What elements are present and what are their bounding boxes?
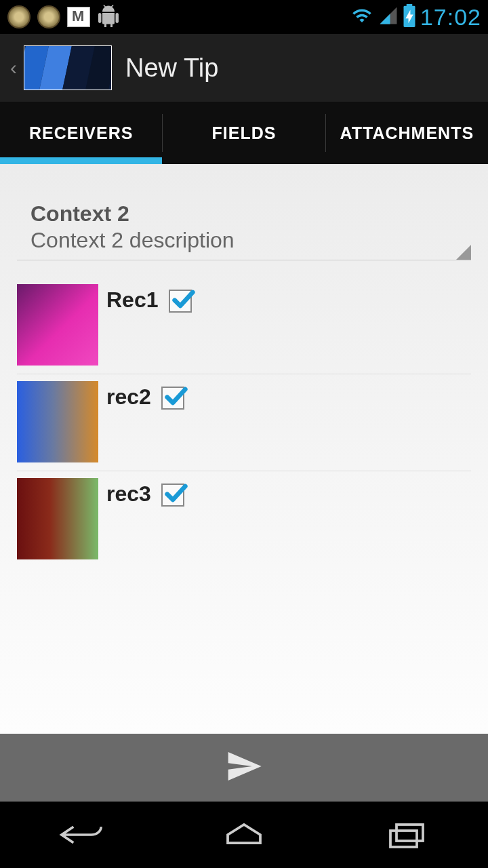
receiver-name: Rec1 bbox=[106, 284, 159, 313]
tab-label: FIELDS bbox=[212, 123, 277, 143]
dropdown-indicator-icon bbox=[456, 245, 471, 260]
action-bar: ‹ New Tip bbox=[0, 34, 488, 102]
nav-recent-button[interactable] bbox=[366, 811, 447, 859]
gmail-notification-icon bbox=[66, 5, 91, 29]
page-title: New Tip bbox=[125, 54, 218, 83]
receiver-checkbox[interactable] bbox=[161, 484, 184, 507]
tab-label: ATTACHMENTS bbox=[340, 123, 474, 143]
tab-attachments[interactable]: ATTACHMENTS bbox=[326, 102, 488, 164]
usb-debug-icon bbox=[96, 5, 121, 29]
system-nav-bar bbox=[0, 802, 488, 868]
receiver-avatar bbox=[17, 284, 98, 366]
signal-icon bbox=[378, 5, 399, 28]
receiver-row[interactable]: Rec1 bbox=[17, 284, 471, 374]
receiver-name: rec3 bbox=[106, 478, 151, 507]
context-description: Context 2 description bbox=[30, 228, 458, 253]
checkmark-icon bbox=[170, 285, 197, 315]
svg-rect-2 bbox=[390, 831, 417, 847]
tab-receivers[interactable]: RECEIVERS bbox=[0, 102, 162, 164]
nav-back-button[interactable] bbox=[41, 811, 122, 859]
status-bar: 17:02 bbox=[0, 0, 488, 34]
battery-charging-icon bbox=[403, 4, 416, 30]
tab-bar: RECEIVERS FIELDS ATTACHMENTS bbox=[0, 102, 488, 164]
wifi-icon bbox=[350, 5, 374, 28]
receiver-row[interactable]: rec3 bbox=[17, 478, 471, 568]
app-logo[interactable] bbox=[24, 45, 112, 90]
svg-rect-1 bbox=[407, 4, 413, 7]
checkmark-icon bbox=[163, 382, 190, 412]
receiver-row[interactable]: rec2 bbox=[17, 381, 471, 471]
status-clock: 17:02 bbox=[420, 4, 481, 31]
tab-fields[interactable]: FIELDS bbox=[163, 102, 325, 164]
notification-icon-1 bbox=[7, 5, 31, 29]
nav-home-button[interactable] bbox=[203, 811, 285, 859]
receiver-checkbox[interactable] bbox=[169, 290, 192, 313]
svg-rect-3 bbox=[396, 825, 423, 841]
content-area: Context 2 Context 2 description Rec1 rec… bbox=[0, 164, 488, 734]
receiver-avatar bbox=[17, 381, 98, 462]
tab-label: RECEIVERS bbox=[29, 123, 133, 143]
status-right: 17:02 bbox=[350, 4, 481, 31]
checkmark-icon bbox=[163, 479, 190, 509]
notification-icon-2 bbox=[37, 5, 61, 29]
receiver-name: rec2 bbox=[106, 381, 151, 410]
submit-bar bbox=[0, 734, 488, 802]
receiver-avatar bbox=[17, 478, 98, 559]
receiver-checkbox[interactable] bbox=[161, 387, 184, 410]
status-left bbox=[7, 5, 121, 29]
receiver-list: Rec1 rec2 rec3 bbox=[17, 284, 471, 568]
back-icon[interactable]: ‹ bbox=[7, 56, 20, 79]
context-spinner[interactable]: Context 2 Context 2 description bbox=[17, 201, 471, 260]
context-title: Context 2 bbox=[30, 201, 458, 226]
send-button[interactable] bbox=[225, 747, 263, 788]
send-icon bbox=[225, 747, 263, 785]
